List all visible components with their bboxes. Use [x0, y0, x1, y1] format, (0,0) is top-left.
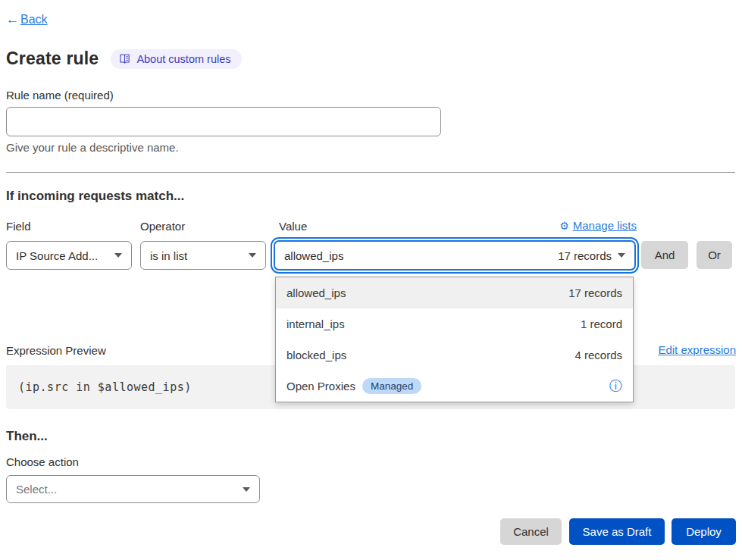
list-name: allowed_ips	[286, 286, 346, 299]
operator-select[interactable]: is in list	[140, 241, 266, 270]
and-button[interactable]: And	[641, 241, 688, 269]
back-link-label: Back	[20, 13, 48, 27]
dropdown-item-internal-ips[interactable]: internal_ips 1 record	[276, 308, 633, 339]
manage-lists-label: Manage lists	[573, 219, 637, 232]
list-record-count: 1 record	[581, 318, 622, 330]
list-name: internal_ips	[286, 318, 345, 330]
or-button[interactable]: Or	[697, 241, 732, 269]
back-link[interactable]: ←Back	[6, 12, 48, 27]
action-select-placeholder: Select...	[16, 483, 57, 496]
then-section-heading: Then...	[6, 429, 48, 444]
list-record-count: 17 records	[568, 286, 622, 299]
action-select[interactable]: Select...	[6, 475, 260, 503]
gear-icon: ⚙	[559, 220, 569, 232]
value-select-name: allowed_ips	[284, 249, 343, 262]
value-select-meta: 17 records	[558, 249, 612, 262]
book-icon	[119, 53, 130, 64]
info-icon[interactable]: ⓘ	[609, 380, 622, 393]
title-row: Create rule About custom rules	[6, 48, 242, 69]
operator-select-value: is in list	[150, 249, 187, 262]
cancel-button[interactable]: Cancel	[500, 518, 562, 545]
value-select[interactable]: allowed_ips 17 records	[274, 240, 636, 271]
manage-lists-link[interactable]: ⚙ Manage lists	[559, 219, 637, 232]
chevron-down-icon	[243, 487, 250, 492]
field-label: Field	[6, 220, 31, 233]
dropdown-item-blocked-ips[interactable]: blocked_ips 4 records	[276, 339, 633, 371]
list-name: blocked_ips	[286, 349, 346, 361]
chevron-down-icon	[618, 253, 625, 258]
value-dropdown-panel: allowed_ips 17 records internal_ips 1 re…	[275, 277, 634, 402]
value-label: Value	[279, 220, 307, 233]
field-select-value: IP Source Add...	[16, 249, 98, 262]
save-as-draft-button[interactable]: Save as Draft	[569, 518, 665, 545]
dropdown-item-open-proxies[interactable]: Open Proxies Managed ⓘ	[276, 371, 633, 402]
match-section-heading: If incoming requests match...	[6, 189, 184, 204]
rule-name-input[interactable]	[6, 107, 441, 136]
about-custom-rules-link[interactable]: About custom rules	[111, 49, 241, 69]
managed-badge: Managed	[362, 378, 421, 394]
about-custom-rules-label: About custom rules	[136, 53, 230, 65]
edit-expression-link[interactable]: Edit expression	[658, 343, 736, 356]
dropdown-item-allowed-ips[interactable]: allowed_ips 17 records	[276, 277, 633, 308]
back-arrow-icon: ←	[6, 12, 19, 27]
chevron-down-icon	[114, 253, 122, 258]
rule-name-helper: Give your rule a descriptive name.	[6, 141, 179, 154]
list-record-count: 4 records	[575, 349, 622, 361]
list-name: Open Proxies	[286, 380, 355, 393]
chevron-down-icon	[249, 253, 256, 258]
section-divider	[6, 172, 735, 173]
page-title: Create rule	[6, 48, 99, 69]
expression-preview-label: Expression Preview	[6, 344, 106, 357]
operator-label: Operator	[140, 220, 185, 233]
choose-action-label: Choose action	[6, 455, 79, 468]
field-select[interactable]: IP Source Add...	[6, 241, 132, 270]
expression-code: (ip.src in $allowed_ips)	[18, 380, 192, 394]
rule-name-label: Rule name (required)	[6, 89, 114, 102]
deploy-button[interactable]: Deploy	[672, 518, 736, 545]
